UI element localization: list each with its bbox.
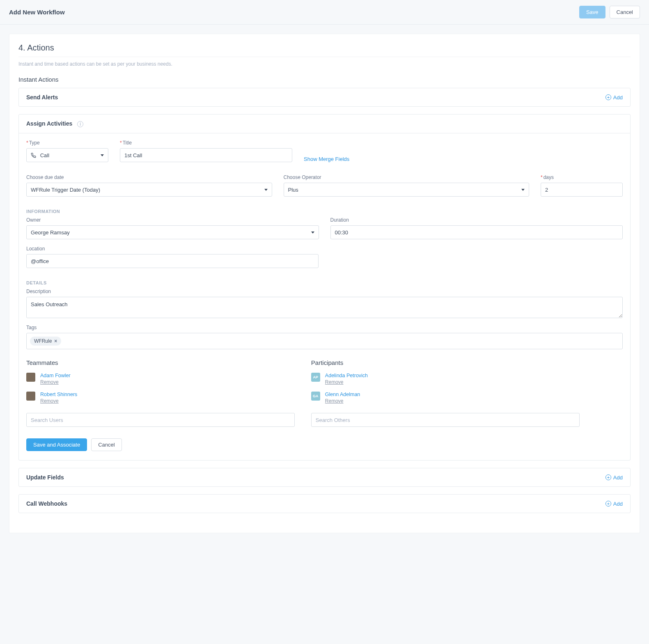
update-fields-card: Update Fields + Add bbox=[18, 468, 631, 487]
add-label: Add bbox=[613, 474, 623, 481]
add-label: Add bbox=[613, 501, 623, 507]
due-date-select[interactable]: WFRule Trigger Date (Today) bbox=[26, 183, 272, 197]
owner-select[interactable]: George Ramsay bbox=[26, 225, 319, 239]
teammate-link[interactable]: Robert Shinners bbox=[40, 392, 77, 397]
caret-icon bbox=[311, 231, 314, 234]
show-merge-fields-link[interactable]: Show Merge Fields bbox=[304, 147, 349, 162]
teammates-column: Teammates Adam Fowler Remove Robert S bbox=[26, 359, 295, 427]
type-select[interactable]: Call bbox=[26, 148, 108, 162]
cancel-button[interactable]: Cancel bbox=[610, 6, 640, 18]
main-panel: 4. Actions Instant and time based action… bbox=[9, 34, 640, 533]
list-item: GA Glenn Adelman Remove bbox=[311, 392, 580, 404]
save-and-associate-button[interactable]: Save and Associate bbox=[26, 438, 87, 451]
due-date-label: Choose due date bbox=[26, 174, 272, 180]
remove-link[interactable]: Remove bbox=[325, 398, 360, 404]
owner-label: Owner bbox=[26, 217, 319, 223]
tag-chip: WFRule × bbox=[30, 337, 61, 346]
search-others-input[interactable] bbox=[311, 413, 580, 427]
list-item: Robert Shinners Remove bbox=[26, 392, 295, 404]
assign-activities-card: Assign Activities i Type Call bbox=[18, 114, 631, 461]
location-input[interactable] bbox=[26, 254, 319, 268]
update-fields-add-button[interactable]: + Add bbox=[605, 474, 623, 481]
plus-icon: + bbox=[605, 474, 611, 480]
tags-label: Tags bbox=[26, 325, 623, 330]
caret-icon bbox=[264, 189, 268, 191]
teammate-link[interactable]: Adam Fowler bbox=[40, 373, 71, 378]
remove-link[interactable]: Remove bbox=[325, 379, 368, 385]
send-alerts-card: Send Alerts + Add bbox=[18, 88, 631, 107]
save-button[interactable]: Save bbox=[579, 6, 605, 18]
plus-icon: + bbox=[605, 501, 611, 506]
cancel-activity-button[interactable]: Cancel bbox=[91, 438, 122, 451]
participants-title: Participants bbox=[311, 359, 580, 366]
send-alerts-add-button[interactable]: + Add bbox=[605, 94, 623, 101]
avatar bbox=[26, 373, 35, 382]
topbar-actions: Save Cancel bbox=[579, 6, 640, 18]
title-input[interactable] bbox=[120, 148, 292, 162]
phone-icon bbox=[31, 153, 36, 158]
days-input[interactable] bbox=[541, 183, 623, 197]
location-label: Location bbox=[26, 246, 319, 252]
tags-input[interactable]: WFRule × bbox=[26, 333, 623, 349]
assign-activities-label: Assign Activities i bbox=[26, 120, 83, 127]
remove-link[interactable]: Remove bbox=[40, 379, 71, 385]
instant-actions-heading: Instant Actions bbox=[18, 76, 631, 83]
add-label: Add bbox=[613, 94, 623, 101]
list-item: Adam Fowler Remove bbox=[26, 373, 295, 385]
title-label: Title bbox=[120, 140, 292, 146]
call-webhooks-add-button[interactable]: + Add bbox=[605, 501, 623, 507]
section-title: 4. Actions bbox=[18, 43, 631, 57]
page-title: Add New Workflow bbox=[9, 9, 65, 16]
section-subtitle: Instant and time based actions can be se… bbox=[18, 61, 631, 67]
operator-select[interactable]: Plus bbox=[284, 183, 530, 197]
send-alerts-label: Send Alerts bbox=[26, 94, 58, 101]
description-label: Description bbox=[26, 289, 623, 294]
call-webhooks-card: Call Webhooks + Add bbox=[18, 494, 631, 513]
list-item: AP Adelinda Petrovich Remove bbox=[311, 373, 580, 385]
participants-column: Participants AP Adelinda Petrovich Remov… bbox=[311, 359, 580, 427]
caret-icon bbox=[521, 189, 525, 191]
caret-icon bbox=[101, 154, 104, 156]
details-group-label: DETAILS bbox=[26, 280, 623, 285]
update-fields-label: Update Fields bbox=[26, 474, 64, 481]
remove-link[interactable]: Remove bbox=[40, 398, 77, 404]
teammates-title: Teammates bbox=[26, 359, 295, 366]
participant-link[interactable]: Glenn Adelman bbox=[325, 392, 360, 397]
duration-label: Duration bbox=[330, 217, 623, 223]
duration-input[interactable] bbox=[330, 225, 623, 239]
description-textarea[interactable] bbox=[26, 297, 623, 318]
avatar bbox=[26, 392, 35, 401]
info-icon[interactable]: i bbox=[77, 121, 83, 127]
operator-label: Choose Operator bbox=[284, 174, 530, 180]
avatar: AP bbox=[311, 373, 320, 382]
call-webhooks-label: Call Webhooks bbox=[26, 500, 67, 507]
type-label: Type bbox=[26, 140, 108, 146]
plus-icon: + bbox=[605, 94, 611, 100]
remove-tag-icon[interactable]: × bbox=[54, 338, 57, 344]
search-users-input[interactable] bbox=[26, 413, 295, 427]
days-label: days bbox=[541, 174, 623, 180]
participant-link[interactable]: Adelinda Petrovich bbox=[325, 373, 368, 378]
information-group-label: INFORMATION bbox=[26, 209, 623, 214]
avatar: GA bbox=[311, 392, 320, 401]
top-bar: Add New Workflow Save Cancel bbox=[0, 0, 649, 25]
